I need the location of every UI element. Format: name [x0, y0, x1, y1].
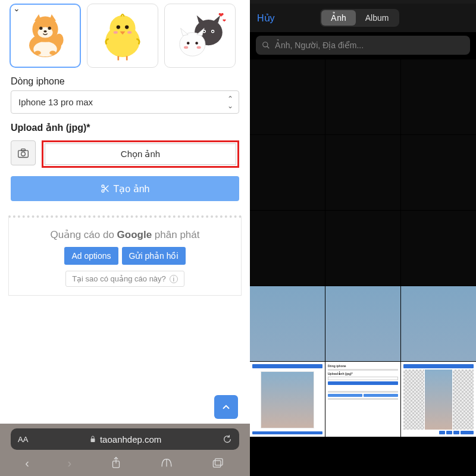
photo-thumbnail[interactable]: [401, 211, 476, 286]
segmented-control: Ảnh Album: [320, 9, 399, 27]
svg-rect-41: [215, 459, 223, 465]
nav-forward-button[interactable]: ›: [67, 456, 71, 470]
safari-toolbar: AA taoanhdep.com ‹ ›: [0, 424, 250, 476]
scissors-icon: [101, 184, 110, 193]
create-image-label: Tạo ảnh: [114, 183, 150, 195]
svg-point-4: [39, 27, 42, 30]
photo-thumbnail[interactable]: [250, 135, 325, 210]
svg-text:❤: ❤: [223, 18, 226, 23]
photo-thumbnail[interactable]: [325, 60, 400, 134]
photo-thumbnail[interactable]: [325, 286, 400, 361]
phone-model-value: Iphone 13 pro max: [11, 90, 239, 114]
photo-thumbnail[interactable]: [325, 211, 400, 286]
camera-button[interactable]: [11, 140, 36, 165]
ad-options-button[interactable]: Ad options: [64, 247, 118, 265]
share-icon[interactable]: [110, 456, 122, 469]
svg-rect-37: [90, 439, 95, 442]
segment-photos[interactable]: Ảnh: [321, 10, 356, 26]
phone-model-label: Dòng iphone: [0, 68, 250, 90]
photo-thumbnail[interactable]: [325, 135, 400, 210]
chevron-down-icon[interactable]: ⌄: [13, 4, 20, 13]
upload-row: Chọn ảnh: [0, 137, 250, 168]
svg-point-22: [212, 31, 213, 32]
segment-albums[interactable]: Album: [356, 10, 399, 26]
svg-point-8: [49, 51, 56, 55]
sticker-chick[interactable]: [87, 4, 158, 68]
url-bar[interactable]: AA taoanhdep.com: [11, 428, 239, 450]
svg-point-20: [203, 31, 205, 32]
upload-label: Upload ảnh (jpg)*: [0, 114, 250, 137]
photo-thumbnail[interactable]: [401, 60, 476, 134]
url-domain: taoanhdep.com: [100, 434, 161, 444]
svg-point-23: [180, 33, 205, 57]
photo-thumbnail[interactable]: [401, 135, 476, 210]
svg-point-24: [187, 42, 190, 45]
choose-image-button[interactable]: Chọn ảnh: [45, 143, 236, 165]
svg-point-25: [195, 42, 198, 45]
select-caret-icon: ⌃⌄: [227, 95, 233, 109]
svg-rect-32: [21, 149, 26, 151]
photo-thumbnail-screenshot[interactable]: [250, 362, 325, 437]
info-icon: i: [170, 275, 178, 283]
phone-model-select[interactable]: Iphone 13 pro max ⌃⌄: [11, 90, 239, 114]
svg-point-27: [197, 46, 201, 49]
nav-back-button[interactable]: ‹: [25, 456, 29, 470]
photo-thumbnail[interactable]: [250, 60, 325, 134]
photo-thumbnail-screenshot[interactable]: [401, 362, 476, 437]
svg-point-14: [114, 31, 118, 34]
text-size-button[interactable]: AA: [18, 435, 28, 444]
sticker-cats[interactable]: ❤ ❤: [164, 4, 236, 68]
lock-icon: [89, 435, 96, 443]
svg-point-12: [117, 25, 120, 29]
cancel-button[interactable]: Hủy: [257, 12, 275, 24]
photo-thumbnail[interactable]: [250, 211, 325, 286]
webpage-panel: ⌄: [0, 0, 250, 476]
svg-point-11: [109, 15, 135, 41]
ad-title: Quảng cáo do Google phân phát: [15, 228, 235, 241]
sticker-row: ❤ ❤: [0, 4, 250, 68]
create-image-button[interactable]: Tạo ảnh: [11, 176, 239, 201]
svg-point-13: [125, 25, 129, 29]
ad-feedback-button[interactable]: Gửi phản hồi: [122, 247, 186, 265]
svg-point-43: [263, 42, 268, 47]
picker-header: Hủy Ảnh Album: [250, 4, 476, 32]
photo-thumbnail-screenshot[interactable]: Dòng iphone Upload ảnh (jpg)*: [325, 362, 400, 437]
svg-point-15: [127, 31, 131, 34]
svg-line-44: [267, 46, 270, 49]
choose-image-highlight: Chọn ảnh: [42, 140, 239, 168]
svg-point-26: [184, 46, 188, 49]
sticker-shiba[interactable]: [10, 4, 81, 68]
scroll-top-button[interactable]: [214, 395, 238, 419]
svg-point-7: [35, 51, 41, 55]
photo-search-input[interactable]: Ảnh, Người, Địa điểm...: [256, 36, 470, 55]
photo-picker-panel: Hủy Ảnh Album Ảnh, Người, Địa điểm... Dò…: [250, 0, 476, 476]
photo-grid: Dòng iphone Upload ảnh (jpg)*: [250, 60, 476, 476]
photo-thumbnail[interactable]: [401, 286, 476, 361]
tabs-icon[interactable]: [212, 457, 225, 469]
svg-rect-42: [213, 461, 221, 467]
svg-point-31: [21, 152, 26, 156]
search-icon: [262, 41, 270, 49]
chevron-up-icon: [221, 402, 231, 412]
svg-point-9: [55, 33, 63, 46]
search-placeholder: Ảnh, Người, Địa điểm...: [275, 40, 364, 50]
svg-point-6: [43, 30, 46, 33]
photo-thumbnail[interactable]: [250, 286, 325, 361]
ad-why-link[interactable]: Tại sao có quảng cáo này? i: [65, 271, 184, 287]
svg-point-5: [48, 27, 51, 30]
svg-rect-30: [18, 151, 29, 158]
camera-icon: [17, 148, 29, 158]
reload-icon[interactable]: [223, 434, 232, 444]
bookmarks-icon[interactable]: [160, 457, 173, 469]
google-ad-box: Quảng cáo do Google phân phát Ad options…: [8, 215, 242, 296]
